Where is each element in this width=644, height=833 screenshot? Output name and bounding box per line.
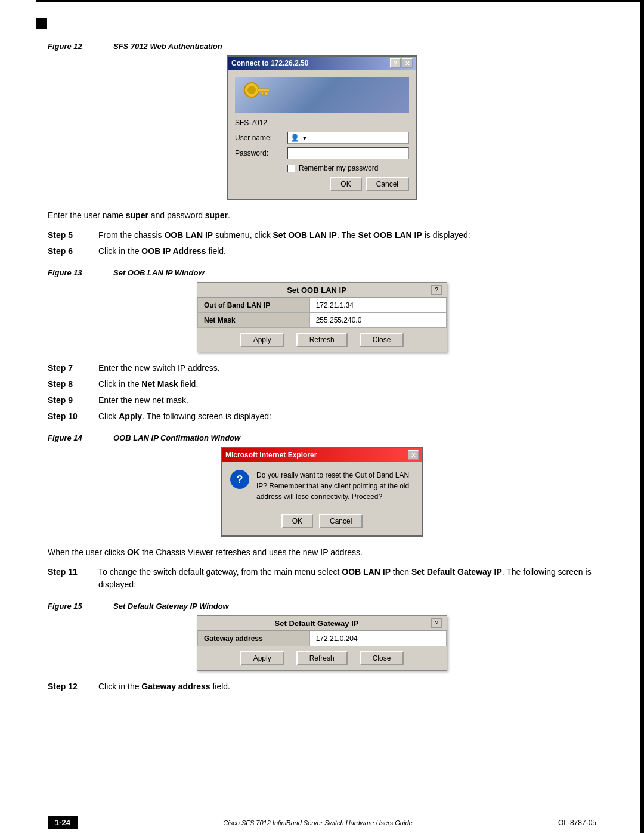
- help-title-btn[interactable]: ?: [390, 58, 401, 68]
- intro-password: super: [205, 210, 228, 220]
- remember-label: Remember my password: [299, 164, 378, 172]
- step7-label: Step 7: [48, 362, 98, 374]
- key-icon: [242, 80, 271, 109]
- step12-row: Step 12 Click in the Gateway address fie…: [48, 680, 596, 693]
- svg-rect-3: [265, 92, 268, 95]
- remember-row: Remember my password: [235, 164, 409, 172]
- step6-field: OOB IP Address: [141, 246, 206, 256]
- question-icon: ?: [230, 470, 249, 489]
- password-label: Password:: [235, 149, 283, 157]
- step6-label: Step 6: [48, 245, 98, 258]
- figure15-label: Figure 15 Set Default Gateway IP Window: [48, 602, 596, 611]
- confirm-message: Do you really want to reset the Out of B…: [256, 470, 414, 502]
- step11-gateway: Set Default Gateway IP: [411, 567, 502, 577]
- gateway-help-button[interactable]: ?: [431, 618, 442, 628]
- oob-row1-value[interactable]: 172.21.1.34: [309, 298, 446, 313]
- oob-help-button[interactable]: ?: [431, 285, 442, 295]
- password-input[interactable]: [287, 147, 409, 159]
- step11-row: Step 11 To change the switch default gat…: [48, 566, 596, 591]
- step7-row: Step 7 Enter the new switch IP address.: [48, 362, 596, 374]
- user-icon: 👤: [290, 134, 299, 142]
- confirm-body: ? Do you really want to reset the Out of…: [222, 462, 422, 510]
- gateway-row1-label: Gateway address: [198, 631, 310, 646]
- step8-field: Net Mask: [141, 379, 178, 389]
- footer-doc-number: OL-8787-05: [558, 819, 596, 827]
- figure15-title: Set Default Gateway IP Window: [113, 602, 229, 611]
- oob-buttons: Apply Refresh Close: [197, 328, 447, 352]
- figure13-label: Figure 13 Set OOB LAN IP Window: [48, 268, 596, 277]
- corner-square: [36, 18, 47, 29]
- auth-cancel-button[interactable]: Cancel: [366, 177, 409, 191]
- remember-checkbox[interactable]: [287, 165, 295, 172]
- auth-dialog: Connect to 172.26.2.50 ? ✕: [227, 55, 417, 200]
- confirm-buttons: OK Cancel: [222, 510, 422, 535]
- step11-oob: OOB LAN IP: [342, 567, 391, 577]
- confirm-title-buttons: ✕: [408, 450, 419, 460]
- step8-label: Step 8: [48, 378, 98, 391]
- oob-row2-label: Net Mask: [198, 313, 310, 328]
- confirm-close-btn[interactable]: ✕: [408, 450, 419, 460]
- figure13-title: Set OOB LAN IP Window: [113, 268, 205, 277]
- username-input[interactable]: 👤 ▼: [287, 132, 409, 144]
- auth-ok-button[interactable]: OK: [330, 177, 361, 191]
- figure12-dialog-container: Connect to 172.26.2.50 ? ✕: [48, 55, 596, 200]
- main-content: Figure 12 SFS 7012 Web Authentication Co…: [48, 42, 596, 693]
- svg-rect-4: [261, 92, 264, 95]
- step5-oob: OOB LAN IP: [164, 230, 213, 240]
- auth-dialog-titlebar: Connect to 172.26.2.50 ? ✕: [228, 57, 416, 70]
- ok-text: OK: [127, 547, 140, 557]
- gateway-refresh-button[interactable]: Refresh: [296, 651, 348, 665]
- dropdown-arrow-icon: ▼: [302, 135, 308, 141]
- step5-set: Set OOB LAN IP: [273, 230, 337, 240]
- figure15-dialog-container: Set Default Gateway IP ? Gateway address…: [48, 615, 596, 671]
- oob-row2: Net Mask 255.255.240.0: [198, 313, 447, 328]
- key-icon-area: [240, 78, 273, 112]
- username-label: User name:: [235, 134, 283, 142]
- step9-row: Step 9 Enter the new net mask.: [48, 394, 596, 407]
- auth-device-name: SFS-7012: [235, 119, 409, 127]
- step10-content: Click Apply. The following screen is dis…: [98, 410, 596, 423]
- gateway-buttons: Apply Refresh Close: [197, 646, 447, 670]
- oob-lan-dialog: Set OOB LAN IP ? Out of Band LAN IP 172.…: [197, 282, 447, 352]
- oob-apply-button[interactable]: Apply: [240, 333, 284, 347]
- figure12-number: Figure 12: [48, 42, 95, 51]
- gateway-close-button[interactable]: Close: [360, 651, 404, 665]
- close-title-btn[interactable]: ✕: [402, 58, 413, 68]
- confirm-titlebar: Microsoft Internet Explorer ✕: [222, 448, 422, 462]
- footer-guide-title: Cisco SFS 7012 InfiniBand Server Switch …: [223, 819, 412, 826]
- oob-row1-label: Out of Band LAN IP: [198, 298, 310, 313]
- gateway-apply-button[interactable]: Apply: [240, 651, 284, 665]
- confirm-cancel-button[interactable]: Cancel: [319, 514, 363, 528]
- gateway-dialog-title: Set Default Gateway IP: [202, 619, 431, 628]
- step5-set2: Set OOB LAN IP: [358, 230, 422, 240]
- step8-row: Step 8 Click in the Net Mask field.: [48, 378, 596, 391]
- oob-row2-value[interactable]: 255.255.240.0: [309, 313, 446, 328]
- step9-content: Enter the new net mask.: [98, 394, 596, 407]
- intro-paragraph: Enter the user name super and password s…: [48, 209, 596, 222]
- top-border-line: [36, 0, 640, 2]
- page-footer: 1-24 Cisco SFS 7012 InfiniBand Server Sw…: [0, 812, 644, 833]
- step9-label: Step 9: [48, 394, 98, 407]
- figure14-number: Figure 14: [48, 433, 95, 442]
- gateway-row1: Gateway address 172.21.0.204: [198, 631, 447, 646]
- oob-refresh-button[interactable]: Refresh: [296, 333, 348, 347]
- auth-logo-area: [235, 77, 409, 113]
- figure14-label: Figure 14 OOB LAN IP Confirmation Window: [48, 433, 596, 442]
- figure13-dialog-container: Set OOB LAN IP ? Out of Band LAN IP 172.…: [48, 282, 596, 352]
- step6-row: Step 6 Click in the OOB IP Address field…: [48, 245, 596, 258]
- gateway-dialog: Set Default Gateway IP ? Gateway address…: [197, 615, 447, 671]
- page-container: Figure 12 SFS 7012 Web Authentication Co…: [0, 0, 644, 833]
- gateway-row1-value[interactable]: 172.21.0.204: [309, 631, 446, 646]
- step5-row: Step 5 From the chassis OOB LAN IP subme…: [48, 229, 596, 241]
- figure12-label: Figure 12 SFS 7012 Web Authentication: [48, 42, 596, 51]
- step12-label: Step 12: [48, 680, 98, 693]
- figure14-title: OOB LAN IP Confirmation Window: [113, 433, 240, 442]
- step10-row: Step 10 Click Apply. The following scree…: [48, 410, 596, 423]
- confirm-ok-button[interactable]: OK: [281, 514, 313, 528]
- oob-close-button[interactable]: Close: [360, 333, 404, 347]
- oob-dialog-title: Set OOB LAN IP: [202, 286, 431, 295]
- after-ok-paragraph: When the user clicks OK the Chassis View…: [48, 546, 596, 559]
- step5-content: From the chassis OOB LAN IP submenu, cli…: [98, 229, 596, 241]
- step10-apply: Apply: [119, 411, 142, 421]
- step6-content: Click in the OOB IP Address field.: [98, 245, 596, 258]
